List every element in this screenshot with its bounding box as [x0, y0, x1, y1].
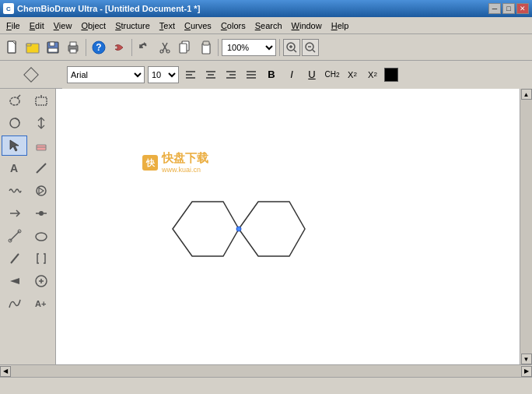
- title-text: ChemBioDraw Ultra - [Untitled Document-1…: [17, 4, 200, 13]
- zoom-out-button[interactable]: [302, 39, 319, 56]
- bond-tool[interactable]: [28, 158, 54, 178]
- scroll-down-button[interactable]: ▼: [521, 354, 532, 364]
- color-swatch[interactable]: [384, 68, 398, 82]
- toolbar: ? 100% 50% 75% 150% 200%: [0, 34, 532, 61]
- atom-label-tool[interactable]: A+: [28, 294, 54, 314]
- canvas-area: 快 快盘下载 www.kuai.cn: [56, 89, 520, 364]
- diamond-indicator: [23, 67, 39, 83]
- menu-item-window[interactable]: Window: [287, 19, 327, 32]
- bold-button[interactable]: B: [263, 66, 280, 83]
- copy-button[interactable]: [176, 38, 194, 57]
- align-left-button[interactable]: [182, 66, 199, 83]
- svg-point-38: [10, 97, 19, 105]
- curve-tool[interactable]: [2, 294, 27, 314]
- svg-text:?: ?: [96, 42, 101, 53]
- wavy-bond-tool[interactable]: [2, 181, 27, 201]
- svg-rect-7: [70, 42, 76, 46]
- subscript-button[interactable]: X2: [344, 66, 361, 83]
- svg-rect-18: [203, 41, 209, 45]
- line-tool[interactable]: [2, 226, 27, 246]
- h-scroll-track[interactable]: [11, 365, 521, 377]
- scroll-right: ▲ ▼: [520, 89, 532, 364]
- charge-tool[interactable]: [28, 271, 54, 291]
- svg-rect-16: [180, 44, 187, 53]
- font-select[interactable]: Arial: [67, 66, 145, 83]
- menu-item-object[interactable]: Object: [76, 19, 110, 32]
- rotate-select-tool[interactable]: [2, 113, 27, 133]
- svg-rect-8: [70, 49, 76, 53]
- text-tool[interactable]: A: [2, 158, 27, 178]
- scroll-up-button[interactable]: ▲: [521, 89, 532, 100]
- justify-button[interactable]: [243, 66, 260, 83]
- scroll-left-button[interactable]: ◀: [0, 366, 11, 377]
- align-right-button[interactable]: [222, 66, 240, 83]
- separator-1: [86, 39, 86, 56]
- menu-item-curves[interactable]: Curves: [180, 19, 216, 32]
- status-bar: [0, 377, 532, 392]
- menu-item-help[interactable]: Help: [327, 19, 354, 32]
- title-bar-buttons: ─ □ ✕: [488, 3, 529, 14]
- select-tool[interactable]: [2, 135, 27, 156]
- paste-button[interactable]: [196, 38, 215, 57]
- svg-line-25: [313, 50, 315, 52]
- format-bar: Arial 10 8 12 14 B I U CH2 X2 X2: [62, 61, 532, 89]
- left-toolbar: A: [0, 89, 56, 364]
- molecule-svg: [149, 167, 352, 291]
- scroll-right-button[interactable]: ▶: [521, 366, 532, 377]
- zoom-select[interactable]: 100% 50% 75% 150% 200%: [222, 39, 276, 56]
- print-button[interactable]: [64, 38, 82, 57]
- close-button[interactable]: ✕: [516, 3, 529, 14]
- format-bar-wrapper: Arial 10 8 12 14 B I U CH2 X2 X2: [0, 61, 532, 89]
- menu-item-view[interactable]: View: [49, 19, 77, 32]
- superscript-button[interactable]: X2: [364, 66, 381, 83]
- menu-item-file[interactable]: File: [2, 19, 25, 32]
- menu-bar: FileEditViewObjectStructureTextCurvesCol…: [0, 17, 532, 34]
- svg-marker-65: [239, 202, 305, 256]
- svg-line-57: [11, 254, 19, 263]
- back-button[interactable]: [110, 38, 128, 57]
- open-button[interactable]: [23, 38, 42, 57]
- menu-item-structure[interactable]: Structure: [110, 19, 155, 32]
- svg-point-56: [36, 233, 47, 241]
- cut-button[interactable]: [156, 38, 174, 57]
- svg-marker-64: [173, 202, 239, 256]
- maximize-button[interactable]: □: [502, 3, 515, 14]
- align-center-button[interactable]: [202, 66, 219, 83]
- wedge-tool[interactable]: [2, 271, 27, 291]
- zoom-in-button[interactable]: [283, 39, 300, 56]
- eraser-tool[interactable]: [28, 135, 54, 156]
- node-tool[interactable]: [28, 203, 54, 223]
- menu-item-colors[interactable]: Colors: [216, 19, 250, 32]
- menu-item-edit[interactable]: Edit: [25, 19, 49, 32]
- title-bar: C ChemBioDraw Ultra - [Untitled Document…: [0, 0, 532, 17]
- lasso-select-tool[interactable]: [2, 90, 27, 111]
- separator-4: [279, 39, 280, 56]
- minimize-button[interactable]: ─: [488, 3, 501, 14]
- svg-line-53: [10, 231, 19, 241]
- ring-tool[interactable]: [28, 181, 54, 201]
- marquee-select-tool[interactable]: [28, 90, 54, 111]
- undo-button[interactable]: [135, 38, 154, 57]
- save-button[interactable]: [44, 38, 62, 57]
- new-button[interactable]: [3, 38, 22, 57]
- italic-button[interactable]: I: [283, 66, 300, 83]
- circle-tool[interactable]: [28, 226, 54, 246]
- menu-item-search[interactable]: Search: [250, 19, 287, 32]
- svg-line-39: [17, 95, 20, 98]
- arrow-tool[interactable]: [2, 203, 27, 223]
- bottom-scrollbar: ◀ ▶: [0, 364, 532, 377]
- help-button[interactable]: ?: [89, 38, 108, 57]
- slash-tool[interactable]: [2, 248, 27, 269]
- svg-point-66: [236, 227, 241, 231]
- ch2-button[interactable]: CH2: [324, 66, 341, 83]
- bracket-tool[interactable]: [28, 248, 54, 269]
- menu-item-text[interactable]: Text: [155, 19, 180, 32]
- multi-select-tool[interactable]: [28, 113, 54, 133]
- font-size-select[interactable]: 10 8 12 14: [148, 66, 179, 83]
- svg-point-50: [39, 211, 44, 216]
- scroll-track[interactable]: [520, 100, 532, 354]
- separator-3: [218, 39, 219, 56]
- svg-rect-40: [36, 97, 47, 105]
- underline-button[interactable]: U: [303, 66, 320, 83]
- watermark-brand: 快盘下载: [162, 151, 208, 166]
